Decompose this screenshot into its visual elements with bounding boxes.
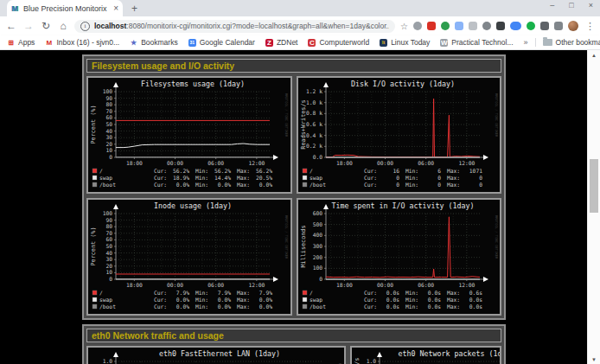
svg-text:0.0%: 0.0% (218, 297, 231, 303)
dark-app-icon[interactable] (496, 22, 505, 30)
bookmark-calendar[interactable]: 31Google Calendar (188, 38, 255, 47)
bookmark-linux-today[interactable]: ltLinux Today (380, 38, 430, 47)
tab-close-icon[interactable]: × (113, 3, 118, 13)
svg-text:20: 20 (105, 141, 112, 147)
minimize-icon[interactable]: – (550, 1, 554, 10)
svg-text:Cur:: Cur: (364, 175, 377, 181)
gmail-icon: M (45, 39, 53, 47)
profile-avatar[interactable] (568, 21, 578, 31)
svg-text:200: 200 (312, 254, 322, 260)
svg-text:00:00: 00:00 (377, 160, 393, 166)
zdnet-icon: Z (265, 39, 273, 47)
svg-text:Min:: Min: (405, 168, 418, 174)
svg-text:0: 0 (396, 175, 399, 181)
divider (535, 38, 536, 47)
scroll-up-icon[interactable]: ▲ (588, 50, 600, 61)
svg-text:/boot: /boot (99, 303, 116, 310)
svg-text:0: 0 (109, 276, 112, 282)
chart-svg-inode-usage: 100908070605040302010018:0000:0006:0012:… (88, 200, 289, 314)
svg-text:30: 30 (105, 256, 112, 262)
svg-text:Min:: Min: (195, 175, 208, 181)
tab-copy-icon[interactable] (455, 22, 463, 30)
bookmarks-overflow-chevron[interactable]: » (524, 38, 528, 47)
gmail-icon[interactable] (427, 22, 436, 30)
reload-icon[interactable]: ↻ (40, 20, 52, 32)
svg-text:/boot: /boot (310, 303, 326, 310)
svg-text:70: 70 (105, 230, 112, 236)
bookmark-star[interactable]: ★Bookmarks (130, 38, 178, 47)
new-tab-button[interactable]: + (131, 3, 137, 15)
charts-grid: 1.00.90.80.70.60.50.40.30.20.10.018:0000… (86, 346, 501, 364)
gray-app-icon[interactable] (469, 22, 477, 30)
close-icon[interactable]: × (589, 1, 593, 10)
extensions-puzzle-icon[interactable] (540, 22, 549, 30)
bookmark-zdnet[interactable]: ZZDNet (265, 38, 298, 47)
svg-text:Cur:: Cur: (154, 297, 167, 303)
svg-text:0: 0 (479, 182, 482, 188)
svg-text:Milliseconds: Milliseconds (300, 225, 307, 267)
page-info-icon[interactable]: i (80, 22, 90, 31)
svg-text:0.0s: 0.0s (427, 303, 440, 310)
chart-filesystems-usage: 100908070605040302010018:0000:0006:0012:… (86, 76, 292, 194)
scrollbar-thumb[interactable] (590, 159, 598, 213)
evernote-icon[interactable] (527, 22, 535, 30)
svg-text:Packets/s: Packets/s (354, 358, 361, 364)
svg-text:0.0s: 0.0s (469, 297, 482, 303)
search-icon[interactable] (413, 22, 422, 30)
bookmark-gmail[interactable]: MInbox (16) - sjvn0... (45, 38, 119, 47)
green-orb-icon[interactable] (441, 22, 450, 30)
svg-text:Min:: Min: (195, 290, 208, 296)
svg-text:30: 30 (105, 134, 112, 140)
svg-text:Max:: Max: (237, 175, 250, 181)
svg-text:Filesystems usage (1day): Filesystems usage (1day) (141, 80, 245, 88)
svg-text:10: 10 (105, 147, 112, 153)
svg-text:0.6 k: 0.6 k (306, 121, 322, 127)
svg-text:Cur:: Cur: (154, 303, 167, 310)
calendar-icon: 31 (188, 39, 196, 47)
forward-icon[interactable]: → (22, 20, 35, 32)
back-icon[interactable]: ← (5, 20, 17, 32)
svg-text:0: 0 (479, 175, 482, 181)
svg-text:Cur:: Cur: (154, 168, 167, 174)
messenger-icon[interactable] (510, 22, 521, 30)
browser-tab[interactable]: M Blue Precision Monitorix × (7, 0, 123, 16)
maximize-icon[interactable]: □ (569, 1, 573, 10)
svg-text:/boot: /boot (99, 182, 116, 188)
chart-disk-io-activity: 1.2 k1.0 k0.8 k0.6 k0.4 k0.2 k0.018:0000… (297, 76, 502, 194)
other-bookmarks-button[interactable]: Other bookmarks (543, 38, 600, 47)
svg-text:00:00: 00:00 (377, 282, 393, 288)
page-scrollbar[interactable]: ▲ ▼ (587, 50, 600, 364)
svg-text:Time spent in I/O activity (1: Time spent in I/O activity (1day) (331, 201, 474, 210)
svg-text:1.0 k: 1.0 k (306, 99, 322, 105)
svg-text:Reads+Writes/s: Reads+Writes/s (300, 99, 307, 149)
extension-icons (413, 21, 578, 31)
window-controls: – □ × (550, 1, 593, 10)
bookmark-star-icon[interactable]: ☆ (400, 22, 408, 31)
scroll-down-icon[interactable]: ▼ (588, 354, 600, 364)
svg-text:0.0s: 0.0s (386, 303, 399, 310)
browser-toolbar: ← → ↻ ⌂ i localhost:8080/monitorix-cgi/m… (0, 16, 600, 35)
browser-menu-icon[interactable]: ⋮ (585, 21, 595, 32)
tune-icon[interactable] (554, 22, 563, 30)
svg-text:Max:: Max: (447, 303, 460, 310)
svg-text:Min:: Min: (405, 290, 418, 296)
svg-text:0.0s: 0.0s (386, 297, 399, 303)
svg-text:swap: swap (310, 175, 322, 182)
svg-text:swap: swap (99, 175, 112, 182)
cast-icon[interactable] (482, 22, 491, 30)
bookmark-computerworld[interactable]: CComputerworld (308, 38, 369, 47)
bookmark-wordpress[interactable]: WPractical Technol... (440, 38, 513, 47)
svg-text:50: 50 (105, 121, 112, 127)
svg-text:0.0%: 0.0% (218, 182, 231, 188)
svg-text:Max:: Max: (447, 168, 460, 174)
svg-text:1.0: 1.0 (103, 358, 113, 364)
home-icon[interactable]: ⌂ (57, 20, 69, 32)
svg-text:18.9%: 18.9% (173, 175, 189, 181)
svg-text:eth0 FastEthernet LAN (1day): eth0 FastEthernet LAN (1day) (159, 349, 280, 358)
svg-text:80: 80 (105, 101, 112, 107)
bookmark-apps-grid[interactable]: ⊞Apps (7, 38, 35, 47)
svg-text:Cur:: Cur: (154, 175, 167, 181)
section-network: eth0 Network traffic and usage 1.00.90.8… (82, 324, 506, 364)
svg-text:Max:: Max: (237, 297, 250, 303)
address-bar[interactable]: i localhost:8080/monitorix-cgi/monitorix… (74, 20, 395, 33)
